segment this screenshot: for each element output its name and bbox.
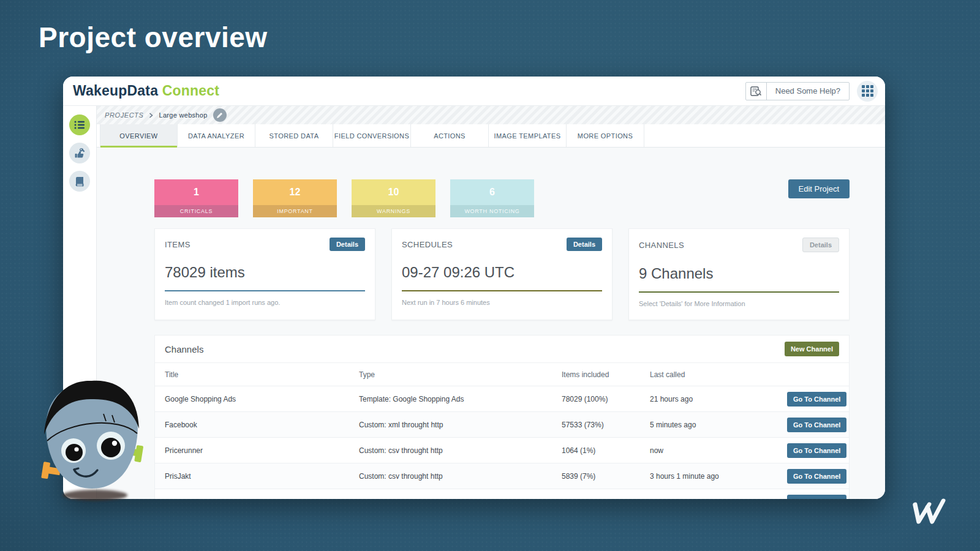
tab-bar: OVERVIEW DATA ANALYZER STORED DATA FIELD…	[97, 124, 885, 148]
channel-items: 5839 (7%)	[562, 472, 650, 481]
brand-suffix: Connect	[162, 83, 219, 99]
help-button-label: Need Some Help?	[767, 83, 849, 100]
items-rule	[165, 290, 365, 291]
sidebar-item-documentation[interactable]	[69, 171, 90, 192]
channel-type: Custom: csv throught http	[359, 446, 562, 455]
column-last-called: Last called	[650, 370, 787, 379]
schedules-note: Next run in 7 hours 6 minutes	[402, 299, 602, 306]
channel-items: 78029 (100%)	[562, 498, 650, 500]
tab-data-analyzer[interactable]: DATA ANALYZER	[178, 124, 255, 147]
channel-title: Google Dynamic Search Ads	[165, 498, 359, 500]
tab-field-conversions[interactable]: FIELD CONVERSIONS	[333, 124, 411, 147]
docs-book-icon	[75, 176, 85, 187]
project-list-icon	[74, 120, 85, 130]
table-row: Pricerunner Custom: csv throught http 10…	[155, 437, 849, 463]
criticals-count: 1	[154, 179, 238, 205]
stat-card-important[interactable]: 12 IMPORTANT	[253, 179, 337, 217]
chevron-right-icon	[149, 113, 153, 118]
edit-project-name-button[interactable]	[213, 108, 227, 122]
channels-note: Select 'Details' for More Information	[639, 300, 839, 307]
channels-details-button[interactable]: Details	[802, 238, 839, 252]
channels-panel: Channels New Channel Title Type Items in…	[154, 335, 850, 499]
page-title: Project overview	[39, 21, 268, 54]
app-grid-icon	[862, 85, 873, 97]
new-channel-button[interactable]: New Channel	[785, 342, 839, 356]
tab-image-templates[interactable]: IMAGE TEMPLATES	[489, 124, 567, 147]
schedules-rule	[402, 290, 602, 291]
edit-pencil-icon	[216, 112, 223, 119]
schedules-card: SCHEDULES Details 09-27 09:26 UTC Next r…	[391, 228, 612, 320]
help-docs-icon	[746, 83, 767, 100]
channel-type: Template: Google Shopping Ads	[359, 395, 562, 403]
channels-count-value: 9 Channels	[639, 265, 839, 282]
thumbs-up-wrench-icon	[74, 147, 86, 159]
channels-card-title: CHANNELS	[639, 241, 684, 250]
criticals-label: CRITICALS	[154, 205, 238, 217]
stat-card-criticals[interactable]: 1 CRITICALS	[154, 179, 238, 217]
tab-overview[interactable]: OVERVIEW	[100, 124, 178, 147]
table-row: Google Dynamic Search Ads Template: Goog…	[155, 489, 849, 499]
channels-panel-title: Channels	[165, 344, 203, 354]
wakeupdata-w-logo	[910, 497, 947, 525]
table-row: PrisJakt Custom: csv throught http 5839 …	[155, 463, 849, 489]
channel-last-called: 21 hours ago	[650, 395, 787, 403]
breadcrumb: PROJECTS Large webshop	[97, 106, 885, 124]
help-button[interactable]: Need Some Help?	[745, 82, 850, 100]
column-title: Title	[165, 370, 359, 379]
channel-title: Facebook	[165, 421, 359, 429]
tab-more-options[interactable]: MORE OPTIONS	[567, 124, 644, 147]
channel-items: 1064 (1%)	[562, 446, 650, 455]
channel-last-called: 12 hours ago	[650, 498, 787, 500]
channel-type: Custom: xml throught http	[359, 421, 562, 429]
table-row: Facebook Custom: xml throught http 57533…	[155, 411, 849, 437]
edit-project-button[interactable]: Edit Project	[788, 179, 850, 198]
breadcrumb-projects-link[interactable]: PROJECTS	[105, 111, 143, 119]
table-row: Google Shopping Ads Template: Google Sho…	[155, 386, 849, 411]
go-to-channel-button[interactable]: Go To Channel	[787, 495, 846, 500]
channel-title: Pricerunner	[165, 446, 359, 455]
brand-name: WakeupData	[73, 83, 158, 99]
channels-rule	[639, 291, 839, 293]
stat-card-worth-noticing[interactable]: 6 WORTH NOTICING	[450, 179, 534, 217]
items-card-title: ITEMS	[165, 240, 190, 249]
sidebar-item-projects[interactable]	[69, 114, 90, 135]
channel-type: Template: Google Dynamic Search Ads	[359, 498, 562, 500]
worth-noticing-label: WORTH NOTICING	[450, 205, 534, 217]
go-to-channel-button[interactable]: Go To Channel	[787, 392, 846, 407]
schedules-next-run-value: 09-27 09:26 UTC	[402, 264, 602, 281]
tab-stored-data[interactable]: STORED DATA	[255, 124, 333, 147]
channel-last-called: 3 hours 1 minute ago	[650, 472, 787, 481]
go-to-channel-button[interactable]: Go To Channel	[787, 443, 846, 458]
app-grid-button[interactable]	[857, 81, 878, 102]
items-details-button[interactable]: Details	[330, 238, 365, 251]
stat-card-warnings[interactable]: 10 WARNINGS	[352, 179, 435, 217]
channels-card: CHANNELS Details 9 Channels Select 'Deta…	[628, 228, 850, 320]
tab-actions[interactable]: ACTIONS	[411, 124, 489, 147]
items-note: Item count changed 1 import runs ago.	[165, 299, 365, 306]
channel-last-called: now	[650, 446, 787, 455]
go-to-channel-button[interactable]: Go To Channel	[787, 418, 846, 432]
column-type: Type	[359, 370, 562, 379]
channel-last-called: 5 minutes ago	[650, 421, 787, 429]
important-label: IMPORTANT	[253, 205, 337, 217]
items-card: ITEMS Details 78029 items Item count cha…	[154, 228, 375, 320]
column-items-included: Items included	[562, 370, 650, 379]
warnings-label: WARNINGS	[352, 205, 435, 217]
schedules-card-title: SCHEDULES	[402, 240, 453, 249]
go-to-channel-button[interactable]: Go To Channel	[787, 469, 846, 484]
brand-logo: WakeupData Connect	[73, 83, 219, 99]
channel-items: 78029 (100%)	[562, 395, 650, 403]
channel-title: PrisJakt	[165, 472, 359, 481]
overview-content: 1 CRITICALS 12 IMPORTANT 10 WARNINGS 6 W…	[97, 148, 885, 499]
items-count-value: 78029 items	[165, 264, 365, 281]
channel-title: Google Shopping Ads	[165, 395, 359, 403]
warnings-count: 10	[352, 179, 435, 205]
sidebar-item-recommendations[interactable]	[69, 143, 90, 163]
app-window: WakeupData Connect Need Some Help?	[63, 77, 885, 499]
schedules-details-button[interactable]: Details	[567, 238, 602, 251]
important-count: 12	[253, 179, 337, 205]
channel-items: 57533 (73%)	[562, 421, 650, 429]
worth-noticing-count: 6	[450, 179, 534, 205]
breadcrumb-current: Large webshop	[159, 111, 207, 119]
channels-table-header: Title Type Items included Last called	[155, 362, 849, 386]
